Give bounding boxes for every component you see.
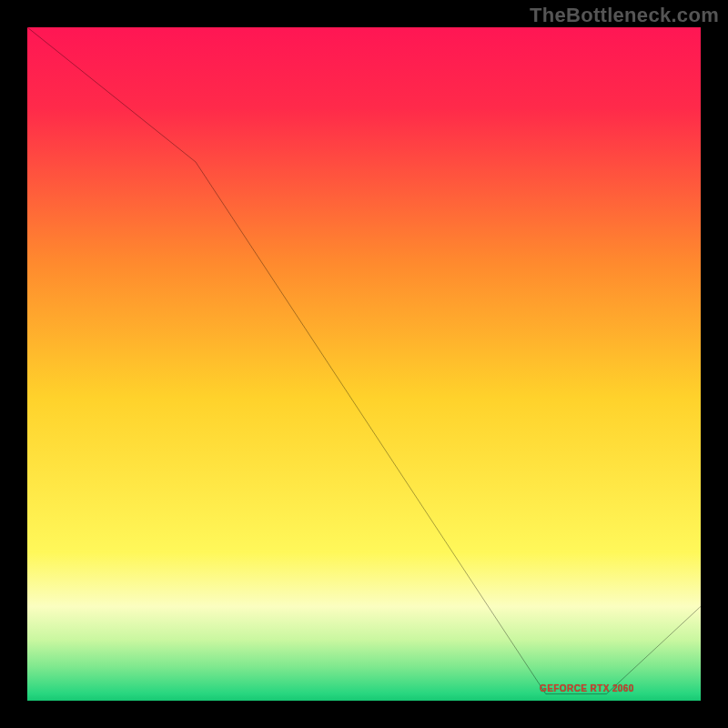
attribution-text: TheBottleneck.com	[530, 4, 719, 27]
bottleneck-curve	[27, 27, 701, 701]
chart-frame: TheBottleneck.com GEFORCE RTX 2060	[0, 0, 728, 728]
plot-area: GEFORCE RTX 2060	[27, 27, 701, 701]
gpu-marker-label: GEFORCE RTX 2060	[540, 683, 634, 693]
